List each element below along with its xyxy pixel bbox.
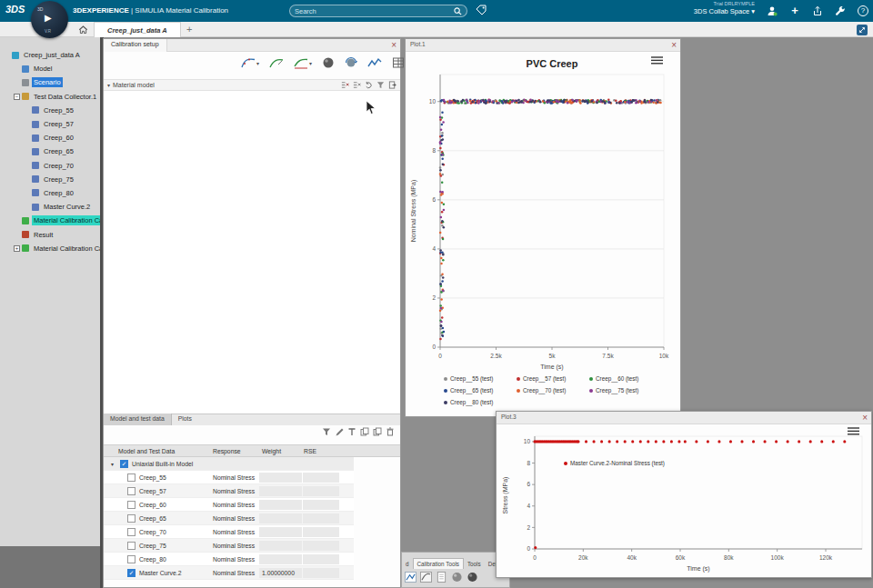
home-icon[interactable] (78, 25, 88, 35)
maximize-icon[interactable] (857, 25, 868, 35)
curve-tool-icon[interactable] (420, 572, 432, 583)
tools-tab-tools[interactable]: Tools (464, 559, 485, 569)
undo-icon[interactable] (365, 81, 373, 89)
tree-item-test-data-collector-1[interactable]: −Test Data Collector.1 (0, 90, 100, 104)
fit-model-dropdown[interactable]: ▾ (238, 54, 262, 72)
tab-model-and-test-data[interactable]: Model and test data (104, 414, 172, 425)
svg-text:0: 0 (438, 353, 442, 359)
filter-icon[interactable] (376, 81, 385, 89)
duplicate-icon[interactable] (373, 427, 382, 436)
tree-item-creep-57[interactable]: Creep_57 (0, 117, 100, 131)
share-icon[interactable] (811, 5, 824, 17)
checkbox[interactable] (127, 528, 135, 536)
tree-item-master-curve-2[interactable]: Master Curve.2 (0, 200, 100, 214)
search-icon[interactable] (454, 7, 462, 15)
tree-item-creep-65[interactable]: Creep_65 (0, 145, 100, 158)
checkbox[interactable] (127, 542, 135, 550)
tree-item-creep-55[interactable]: Creep_55 (0, 104, 100, 117)
svg-text:Master Curve.2-Nominal Stress: Master Curve.2-Nominal Stress (test) (570, 460, 665, 467)
run-fit-button[interactable] (266, 54, 286, 72)
delete-icon[interactable] (386, 427, 395, 436)
tree-item-material-calibration-ca[interactable]: +Material Calibration Ca (0, 242, 100, 255)
expand-icon[interactable]: + (14, 245, 20, 252)
svg-text:Nominal Stress (MPa): Nominal Stress (MPa) (410, 180, 417, 242)
master-curve-chart[interactable]: 020k40k60k80k100k120k0246810Time (s)Stre… (497, 424, 871, 578)
tree-item-label: Creep_75 (42, 174, 75, 184)
svg-text:100k: 100k (771, 554, 785, 561)
help-icon[interactable]: ? (857, 5, 869, 17)
column-header-rse: RSE (304, 448, 316, 454)
tree-item-creep-70[interactable]: Creep_70 (0, 159, 100, 173)
edit-icon[interactable] (335, 427, 344, 436)
add-content-icon[interactable]: + (788, 5, 801, 17)
weight-cell[interactable] (259, 500, 302, 510)
export-icon[interactable] (388, 81, 396, 89)
tools-tab-d[interactable]: d (402, 559, 413, 569)
filter-icon[interactable] (322, 427, 331, 436)
weight-cell[interactable] (259, 541, 302, 551)
checkbox[interactable] (127, 555, 135, 563)
weight-cell[interactable] (259, 554, 302, 564)
weight-cell[interactable] (259, 513, 302, 523)
plot-tool-icon[interactable] (405, 572, 416, 583)
table-row-master-curve-2[interactable]: ✓Master Curve.2Nominal Stress1.00000000 (104, 566, 354, 580)
table-row-creep-70[interactable]: Creep_70Nominal Stress (104, 525, 354, 539)
checkbox[interactable] (127, 514, 135, 523)
weight-cell[interactable] (259, 473, 302, 483)
3ds-logo[interactable]: 3DS (5, 4, 25, 15)
close-icon[interactable]: × (671, 40, 677, 51)
close-icon[interactable]: × (862, 413, 868, 424)
tree-item-creep-75[interactable]: Creep_75 (0, 173, 100, 186)
checkbox[interactable] (127, 473, 135, 482)
table-row-creep-57[interactable]: Creep_57Nominal Stress (104, 484, 354, 498)
copy-icon[interactable] (360, 427, 369, 436)
pvc-creep-chart[interactable]: 02.5k5k7.5k10k0246810Time (s)Nominal Str… (406, 52, 680, 418)
search-input[interactable]: Search (289, 5, 467, 17)
collab-space-selector[interactable]: Trial DRLRYMPLE 3DS Collab Space ▾ (694, 1, 755, 15)
tree-item-creep-80[interactable]: Creep_80 (0, 186, 100, 200)
weight-cell[interactable] (259, 527, 302, 537)
tree-item-creep-just-data-a[interactable]: Creep_just_data A (0, 48, 100, 62)
table-row-creep-65[interactable]: Creep_65Nominal Stress (104, 512, 354, 525)
collapse-icon[interactable]: ▾ (107, 82, 110, 88)
tab-plots[interactable]: Plots (172, 414, 198, 425)
tree-item-material-calibration-ca[interactable]: Material Calibration Ca (0, 214, 100, 227)
table-row-creep-60[interactable]: Creep_60Nominal Stress (104, 498, 354, 512)
table-row-creep-80[interactable]: Creep_80Nominal Stress (104, 553, 354, 566)
update-material-button[interactable] (342, 54, 360, 72)
user-icon[interactable] (766, 5, 778, 17)
material-sphere-icon[interactable] (319, 54, 337, 72)
clear-selection-icon[interactable] (341, 81, 349, 89)
tools-tab-calibration-tools[interactable]: Calibration Tools (413, 558, 464, 569)
checkbox[interactable] (127, 487, 135, 495)
tree-item-creep-60[interactable]: Creep_60 (0, 131, 100, 145)
show-plot-button[interactable] (365, 54, 385, 72)
3dexperience-compass[interactable]: 3D ▶ V.R (31, 1, 68, 38)
remove-model-icon[interactable] (353, 81, 361, 89)
weight-cell[interactable] (259, 486, 302, 496)
text-icon[interactable] (347, 427, 356, 436)
tools-wrench-icon[interactable] (834, 5, 847, 17)
tab-creep-just-data[interactable]: Creep_just_data A (94, 22, 181, 37)
fit-options-dropdown[interactable]: ▾ (291, 54, 315, 72)
sphere-tool-icon[interactable] (451, 572, 463, 583)
document-tool-icon[interactable] (436, 572, 447, 583)
calibration-setup-tab[interactable]: Calibration setup (104, 39, 167, 52)
table-row-uniaxial-built-in-model[interactable]: ▾✓Uniaxial Built-in Model (104, 457, 354, 471)
tag-icon[interactable] (476, 5, 487, 15)
collapse-icon[interactable]: ▾ (111, 461, 114, 467)
table-row-creep-55[interactable]: Creep_55Nominal Stress (104, 471, 354, 484)
material-model-canvas[interactable] (104, 91, 400, 414)
tree-item-result[interactable]: Result (0, 227, 100, 241)
tree-item-model[interactable]: Model (0, 62, 100, 75)
material-tool-icon[interactable] (467, 572, 478, 583)
checkbox[interactable] (127, 501, 135, 509)
collapse-icon[interactable]: − (14, 94, 20, 100)
tree-item-scenario[interactable]: Scenario (0, 75, 100, 89)
close-icon[interactable]: × (391, 40, 396, 51)
checkbox[interactable]: ✓ (127, 569, 135, 577)
checkbox[interactable]: ✓ (120, 460, 128, 468)
table-row-creep-75[interactable]: Creep_75Nominal Stress (104, 539, 354, 553)
material-model-title: Material model (113, 82, 155, 88)
new-tab-button[interactable]: + (186, 24, 192, 35)
